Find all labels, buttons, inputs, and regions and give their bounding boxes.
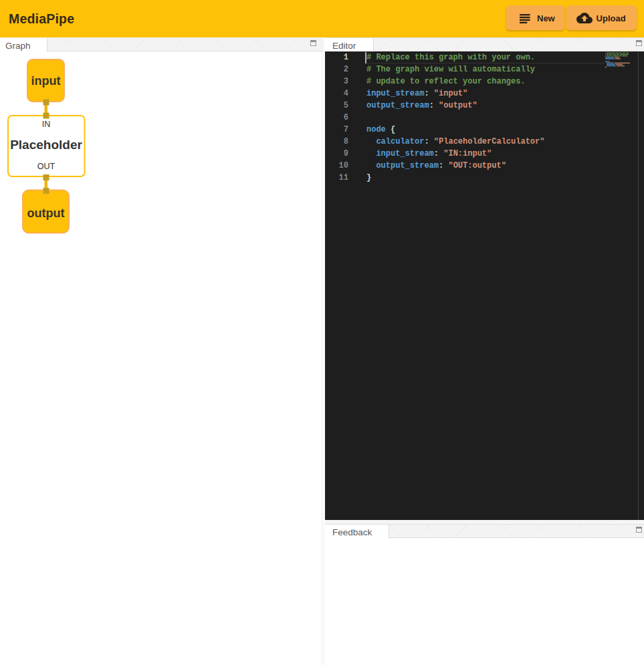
svg-text:output: output bbox=[27, 207, 65, 220]
svg-text:Placeholder: Placeholder bbox=[10, 138, 82, 152]
svg-text:OUT: OUT bbox=[37, 162, 56, 171]
svg-text:IN: IN bbox=[42, 120, 51, 129]
svg-text:input: input bbox=[31, 74, 61, 88]
